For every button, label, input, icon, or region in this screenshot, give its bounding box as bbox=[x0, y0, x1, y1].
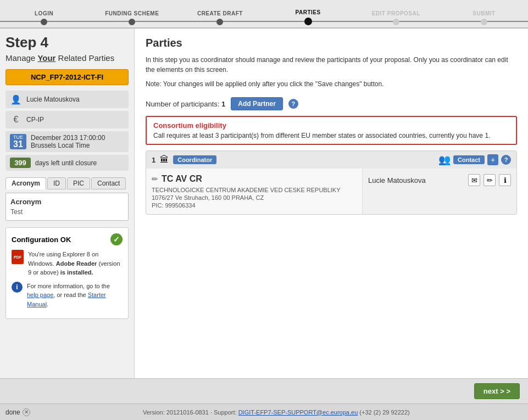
step-parties[interactable]: PARTIES bbox=[264, 9, 352, 27]
step-login[interactable]: LOGIN bbox=[0, 10, 88, 27]
user-icon: 👤 bbox=[10, 93, 22, 105]
party-details-right: Lucie Matouskova ✉ ✏ ℹ bbox=[363, 169, 516, 214]
stepper: LOGIN FUNDING SCHEME CREATE DRAFT PARTIE… bbox=[0, 0, 528, 29]
step-parties-label: PARTIES bbox=[296, 9, 321, 15]
config-title: Configuration OK bbox=[12, 236, 71, 244]
step-edit-dot bbox=[393, 19, 399, 25]
step-submit[interactable]: SUBMIT bbox=[440, 10, 528, 27]
date-box: TUE 31 bbox=[10, 134, 26, 149]
contact-help-icon[interactable]: ? bbox=[501, 155, 511, 165]
party-number: 1 bbox=[152, 156, 155, 164]
status-done: done bbox=[5, 408, 20, 416]
bottom-bar: done ✕ Version: 20121016-0831 · Support:… bbox=[0, 404, 528, 420]
step-draft-dot bbox=[216, 19, 223, 25]
party-card-body: ✏ TC AV CR TECHNOLOGICKE CENTRUM AKADEMI… bbox=[146, 169, 516, 214]
tab-contact[interactable]: Contact bbox=[91, 177, 126, 189]
step-subtitle-post: Related Parties bbox=[55, 53, 114, 63]
funding-info-row: € CP-IP bbox=[5, 111, 129, 128]
party-address: 1076/27 Ve Struhach, 160 00 PRAHA, CZ bbox=[152, 194, 357, 201]
days-badge: 399 bbox=[10, 158, 31, 168]
participants-count: 1 bbox=[221, 100, 225, 108]
step-login-label: LOGIN bbox=[35, 10, 53, 16]
support-email-link[interactable]: DIGIT-EFP7-SEP-SUPPORT@ec.europa.eu bbox=[238, 409, 358, 416]
add-partner-help-icon[interactable]: ? bbox=[288, 99, 298, 109]
edit-contact-icon[interactable]: ✏ bbox=[483, 174, 496, 186]
date-text: December 2013 17:00:00 Brussels Local Ti… bbox=[31, 134, 105, 149]
user-info-row: 👤 Lucie Matouskova bbox=[5, 91, 129, 108]
step-subtitle-pre: Manage bbox=[5, 53, 37, 63]
main-content: Parties In this step you as coordinator … bbox=[135, 29, 528, 378]
config-info-text: For more information, go to the help pag… bbox=[27, 282, 123, 309]
contact-button[interactable]: Contact bbox=[453, 155, 485, 164]
tab-id[interactable]: ID bbox=[47, 177, 66, 189]
participants-label: Number of participants: 1 bbox=[146, 100, 225, 108]
party-name: TC AV CR bbox=[162, 174, 202, 184]
pdf-icon: PDF bbox=[12, 250, 24, 264]
date-info-row: TUE 31 December 2013 17:00:00 Brussels L… bbox=[5, 131, 129, 152]
edit-party-icon[interactable]: ✏ bbox=[152, 175, 158, 183]
coordinator-badge: Coordinator bbox=[173, 155, 216, 164]
contact-section: 👥 Contact + ? bbox=[438, 154, 511, 166]
eligibility-box: Consortium eligibility Call requires at … bbox=[146, 116, 517, 145]
config-ok-icon: ✓ bbox=[110, 233, 123, 245]
eligibility-text: Call requires at least 3 participant(s) … bbox=[153, 132, 509, 139]
step-edit-label: EDIT PROPOSAL bbox=[372, 10, 420, 16]
help-page-link[interactable]: help page bbox=[27, 292, 53, 298]
config-pdf-row: PDF You're using Explorer 8 on Windows. … bbox=[12, 250, 123, 277]
tab-content-panel: Acronym Test bbox=[5, 193, 129, 221]
step-draft-label: CREATE DRAFT bbox=[197, 10, 243, 16]
step-login-dot bbox=[41, 19, 47, 25]
config-header: Configuration OK ✓ bbox=[12, 233, 123, 245]
tab-content-label: Acronym bbox=[10, 198, 124, 206]
days-info-row: 399 days left until closure bbox=[5, 155, 129, 171]
euro-icon: € bbox=[10, 114, 22, 126]
note-text: Note: Your changes will be applied only … bbox=[146, 79, 517, 89]
email-action-icon[interactable]: ✉ bbox=[468, 174, 480, 186]
contact-person-name: Lucie Matouskova bbox=[368, 176, 465, 184]
date-day: 31 bbox=[13, 140, 24, 149]
party-full-name: TECHNOLOGICKE CENTRUM AKADEMIE VED CESKE… bbox=[152, 187, 357, 193]
step-funding-label: FUNDING SCHEME bbox=[105, 10, 159, 16]
party-pic: PIC: 999506334 bbox=[152, 202, 357, 209]
tab-pic[interactable]: PIC bbox=[67, 177, 90, 189]
info-contact-icon[interactable]: ℹ bbox=[499, 174, 511, 186]
step-funding-dot bbox=[129, 19, 135, 25]
eligibility-title: Consortium eligibility bbox=[153, 121, 509, 130]
user-name: Lucie Matouskova bbox=[26, 96, 80, 103]
tab-content-value: Test bbox=[10, 208, 124, 216]
step-edit-proposal[interactable]: EDIT PROPOSAL bbox=[352, 10, 440, 27]
project-id-button[interactable]: NCP_FP7-2012-ICT-FI bbox=[5, 69, 129, 85]
contact-person-row: Lucie Matouskova ✉ ✏ ℹ bbox=[368, 174, 511, 186]
detail-tabs: Acronym ID PIC Contact bbox=[5, 177, 129, 189]
step-number: Step 4 bbox=[5, 34, 129, 51]
step-create-draft[interactable]: CREATE DRAFT bbox=[176, 10, 264, 27]
next-button[interactable]: next > > bbox=[474, 383, 520, 399]
contact-person-icon: 👥 bbox=[438, 154, 451, 166]
tab-acronym[interactable]: Acronym bbox=[5, 177, 46, 189]
building-icon: 🏛 bbox=[160, 155, 169, 165]
page-title: Parties bbox=[146, 37, 517, 49]
days-text: days left until closure bbox=[35, 159, 97, 167]
participants-header: Number of participants: 1 Add Partner ? bbox=[146, 97, 517, 110]
party-card-header: 1 🏛 Coordinator 👥 Contact + ? bbox=[146, 151, 516, 169]
add-partner-button[interactable]: Add Partner bbox=[231, 97, 283, 110]
party-name-row: ✏ TC AV CR bbox=[152, 174, 357, 184]
step-subtitle-highlight: Your bbox=[37, 53, 55, 63]
close-status-icon[interactable]: ✕ bbox=[23, 408, 30, 416]
config-pdf-text: You're using Explorer 8 on Windows. Adob… bbox=[28, 250, 123, 277]
description-text: In this step you as coordinator should m… bbox=[146, 55, 517, 75]
info-icon: i bbox=[12, 282, 23, 293]
step-parties-dot bbox=[304, 18, 312, 25]
sidebar: Step 4 Manage Your Related Parties NCP_F… bbox=[0, 29, 135, 378]
add-contact-button[interactable]: + bbox=[487, 154, 498, 165]
funding-type: CP-IP bbox=[26, 116, 44, 124]
step-submit-label: SUBMIT bbox=[473, 10, 495, 16]
step-submit-dot bbox=[481, 19, 487, 25]
config-section: Configuration OK ✓ PDF You're using Expl… bbox=[5, 227, 129, 319]
party-card: 1 🏛 Coordinator 👥 Contact + ? ✏ TC AV bbox=[146, 150, 517, 215]
config-info-row: i For more information, go to the help p… bbox=[12, 282, 123, 309]
step-subtitle: Manage Your Related Parties bbox=[5, 53, 129, 63]
party-details-left: ✏ TC AV CR TECHNOLOGICKE CENTRUM AKADEMI… bbox=[146, 169, 363, 214]
step-funding-scheme[interactable]: FUNDING SCHEME bbox=[88, 10, 176, 27]
next-btn-container: next > > bbox=[0, 378, 528, 404]
